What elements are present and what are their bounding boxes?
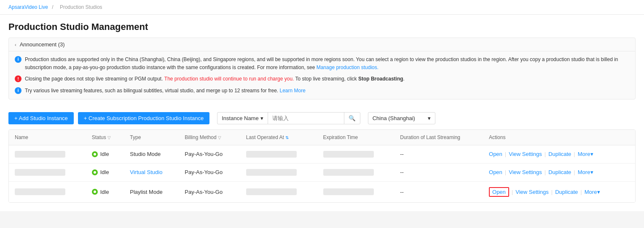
row2-duration-text: -- <box>400 169 404 175</box>
row3-status-dot <box>92 189 98 195</box>
region-selector[interactable]: China (Shanghai) ▾ <box>368 112 435 124</box>
row2-status-text: Idle <box>100 169 109 175</box>
page-header: Production Studio Management <box>0 15 644 38</box>
row2-type-cell: Virtual Studio <box>124 163 179 181</box>
row1-duplicate-link[interactable]: Duplicate <box>548 151 571 157</box>
row1-actions-cell: Open | View Settings | Duplicate | More … <box>483 145 635 163</box>
row3-billing-text: Pay-As-You-Go <box>185 189 223 195</box>
row3-duration-text: -- <box>400 189 404 195</box>
manage-studios-link[interactable]: Manage production studios. <box>317 64 378 70</box>
search-button[interactable]: 🔍 <box>344 113 360 124</box>
search-field-chevron-icon: ▾ <box>260 115 263 121</box>
table-header-row: Name Status ▽ Type Billing Method ▽ La <box>9 130 635 145</box>
row2-status-cell: Idle <box>86 163 124 181</box>
announcement-body: i Production studios are supported only … <box>9 51 635 99</box>
row2-status-badge: Idle <box>92 169 118 175</box>
row3-type-cell: Playlist Mode <box>124 181 179 202</box>
row3-status-badge: Idle <box>92 189 118 195</box>
row1-status-text: Idle <box>100 151 109 157</box>
table-row: Idle Studio Mode Pay-As-You-Go <box>9 145 635 163</box>
row1-expiration-cell <box>317 145 394 163</box>
row3-name-blurred <box>15 188 65 195</box>
row3-name-cell <box>9 181 86 202</box>
breadcrumb-separator: / <box>52 4 53 10</box>
col-header-billing: Billing Method ▽ <box>179 130 240 145</box>
row3-expiration-blurred <box>323 188 374 195</box>
row1-billing-text: Pay-As-You-Go <box>185 151 223 157</box>
row1-status-badge: Idle <box>92 151 118 157</box>
col-header-last-operated: Last Operated At ⇅ <box>240 130 317 145</box>
row2-view-settings-link[interactable]: View Settings <box>509 169 542 175</box>
row1-actions: Open | View Settings | Duplicate | More … <box>489 151 629 157</box>
search-input[interactable] <box>268 113 344 124</box>
row3-last-operated-blurred <box>246 188 297 195</box>
row1-duration-text: -- <box>400 151 404 157</box>
instances-table: Name Status ▽ Type Billing Method ▽ La <box>9 130 635 202</box>
announcement-section: ‹ Announcement (3) i Production studios … <box>8 38 636 99</box>
billing-filter-icon[interactable]: ▽ <box>218 135 221 140</box>
row1-last-operated-cell <box>240 145 317 163</box>
row3-status-text: Idle <box>100 189 109 195</box>
row1-status-dot <box>92 151 98 157</box>
breadcrumb-parent-link[interactable]: ApsaraVideo Live <box>8 4 48 10</box>
warning-text-red: The production studio will continue to r… <box>164 76 294 82</box>
row1-name-cell <box>9 145 86 163</box>
breadcrumb: ApsaraVideo Live / Production Studios <box>0 0 644 15</box>
region-label: China (Shanghai) <box>373 115 415 121</box>
row2-name-cell <box>9 163 86 181</box>
row2-actions: Open | View Settings | Duplicate | More … <box>489 169 629 175</box>
info-icon-1: i <box>15 56 21 63</box>
col-header-actions: Actions <box>483 130 635 145</box>
row1-last-operated-blurred <box>246 151 297 158</box>
search-field-selector[interactable]: Instance Name ▾ <box>217 113 268 124</box>
row2-open-link[interactable]: Open <box>489 169 502 175</box>
row2-billing-text: Pay-As-You-Go <box>185 169 223 175</box>
row2-duplicate-link[interactable]: Duplicate <box>548 169 571 175</box>
row3-view-settings-link[interactable]: View Settings <box>515 189 549 195</box>
notice-item-2: ! Closing the page does not stop live st… <box>15 75 629 83</box>
row3-more-dropdown[interactable]: More ▾ <box>585 189 601 195</box>
row2-last-operated-cell <box>240 163 317 181</box>
toolbar: + Add Studio Instance + Create Subscript… <box>8 106 636 129</box>
row2-actions-cell: Open | View Settings | Duplicate | More … <box>483 163 635 181</box>
create-subscription-button[interactable]: + Create Subscription Production Studio … <box>78 112 209 124</box>
row1-type-cell: Studio Mode <box>124 145 179 163</box>
row1-name-blurred <box>15 151 65 158</box>
status-filter-icon[interactable]: ▽ <box>107 135 111 140</box>
row1-duration-cell: -- <box>394 145 483 163</box>
row1-view-settings-link[interactable]: View Settings <box>509 151 542 157</box>
announcement-toggle[interactable]: ‹ Announcement (3) <box>9 38 635 51</box>
row1-more-dropdown[interactable]: More ▾ <box>578 151 594 157</box>
announcement-header-label: Announcement (3) <box>20 41 65 48</box>
row3-duplicate-link[interactable]: Duplicate <box>555 189 578 195</box>
table-container: Name Status ▽ Type Billing Method ▽ La <box>8 129 636 203</box>
page-title: Production Studio Management <box>8 21 636 32</box>
table-row: Idle Playlist Mode Pay-As-You-Go <box>9 181 635 202</box>
row2-expiration-cell <box>317 163 394 181</box>
row3-more-chevron-icon: ▾ <box>597 189 600 195</box>
add-studio-instance-button[interactable]: + Add Studio Instance <box>8 112 74 124</box>
row2-expiration-blurred <box>323 169 374 176</box>
main-content: ‹ Announcement (3) i Production studios … <box>0 38 644 211</box>
row3-duration-cell: -- <box>394 181 483 202</box>
row1-open-link[interactable]: Open <box>489 151 502 157</box>
row2-type-link[interactable]: Virtual Studio <box>130 169 162 175</box>
row3-status-cell: Idle <box>86 181 124 202</box>
row1-expiration-blurred <box>323 151 374 158</box>
row2-last-operated-blurred <box>246 169 297 176</box>
col-header-name: Name <box>9 130 86 145</box>
notice-item-1: i Production studios are supported only … <box>15 56 629 72</box>
learn-more-link[interactable]: Learn More <box>280 88 306 94</box>
row3-open-link-highlighted[interactable]: Open <box>489 187 509 197</box>
row3-billing-cell: Pay-As-You-Go <box>179 181 240 202</box>
search-field-label: Instance Name <box>222 115 258 121</box>
row2-more-chevron-icon: ▾ <box>590 169 593 175</box>
last-operated-sort-icon[interactable]: ⇅ <box>285 135 289 140</box>
notice-item-3: i Try various live streaming features, s… <box>15 87 629 95</box>
row3-actions: Open | View Settings | Duplicate | More … <box>489 187 629 197</box>
row2-more-dropdown[interactable]: More ▾ <box>578 169 594 175</box>
row3-actions-cell: Open | View Settings | Duplicate | More … <box>483 181 635 202</box>
breadcrumb-current: Production Studios <box>60 4 102 10</box>
row1-billing-cell: Pay-As-You-Go <box>179 145 240 163</box>
row2-duration-cell: -- <box>394 163 483 181</box>
